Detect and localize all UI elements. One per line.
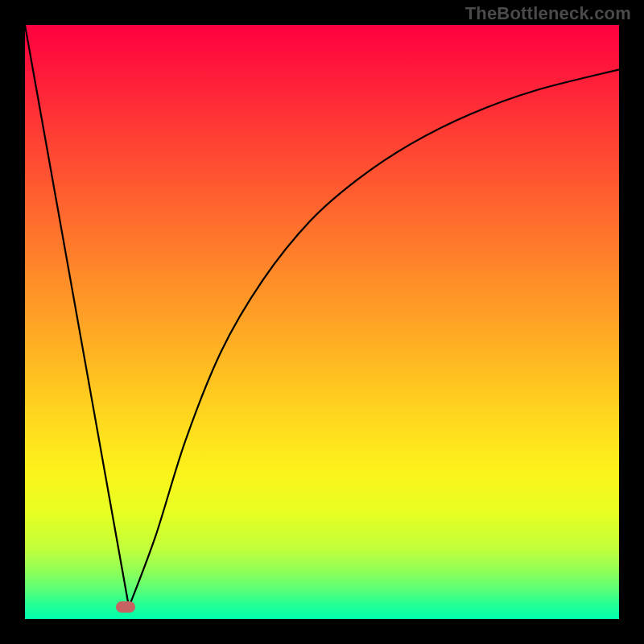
curve-left-branch xyxy=(25,25,129,607)
curve-right-branch xyxy=(129,69,619,607)
chart-plot-area xyxy=(25,25,619,619)
curve-min-marker xyxy=(116,601,135,613)
chart-curve-layer xyxy=(25,25,619,619)
watermark-text: TheBottleneck.com xyxy=(465,3,631,24)
